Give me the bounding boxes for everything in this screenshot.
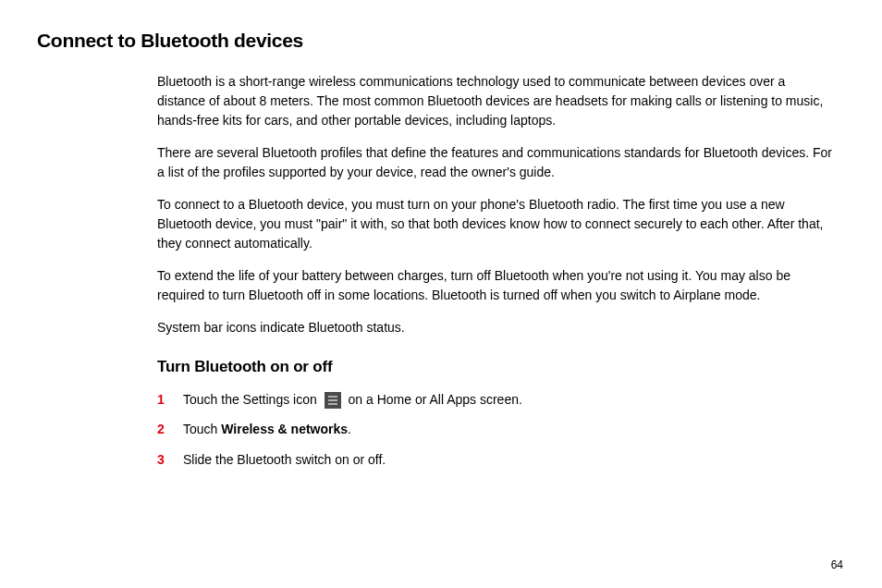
page-number: 64 (831, 558, 843, 571)
intro-paragraph-2: There are several Bluetooth profiles tha… (157, 143, 836, 182)
step-number: 1 (157, 389, 183, 410)
intro-paragraph-5: System bar icons indicate Bluetooth stat… (157, 318, 836, 337)
step-text: Touch Wireless & networks. (183, 419, 836, 439)
page-title: Connect to Bluetooth devices (37, 30, 845, 52)
step-item-1: 1 Touch the Settings icon on a Home or A… (157, 389, 836, 410)
body-content: Bluetooth is a short-range wireless comm… (157, 72, 836, 470)
step-number: 2 (157, 419, 183, 439)
step-bold-text: Wireless & networks (221, 422, 348, 436)
step-number: 3 (157, 449, 183, 470)
step-text: Touch the Settings icon on a Home or All… (183, 389, 836, 410)
step-text-before: Touch the Settings icon (183, 392, 321, 407)
settings-icon (325, 392, 341, 409)
step-text-after: on a Home or All Apps screen. (349, 392, 522, 407)
step-text-after: . (348, 422, 351, 436)
step-item-2: 2 Touch Wireless & networks. (157, 419, 836, 439)
step-text-before: Touch (183, 422, 221, 436)
step-list: 1 Touch the Settings icon on a Home or A… (157, 389, 836, 470)
section-heading: Turn Bluetooth on or off (157, 358, 836, 376)
step-item-3: 3 Slide the Bluetooth switch on or off. (157, 449, 836, 470)
intro-paragraph-1: Bluetooth is a short-range wireless comm… (157, 72, 836, 130)
step-text: Slide the Bluetooth switch on or off. (183, 449, 836, 470)
intro-paragraph-4: To extend the life of your battery betwe… (157, 266, 836, 305)
intro-paragraph-3: To connect to a Bluetooth device, you mu… (157, 195, 836, 253)
